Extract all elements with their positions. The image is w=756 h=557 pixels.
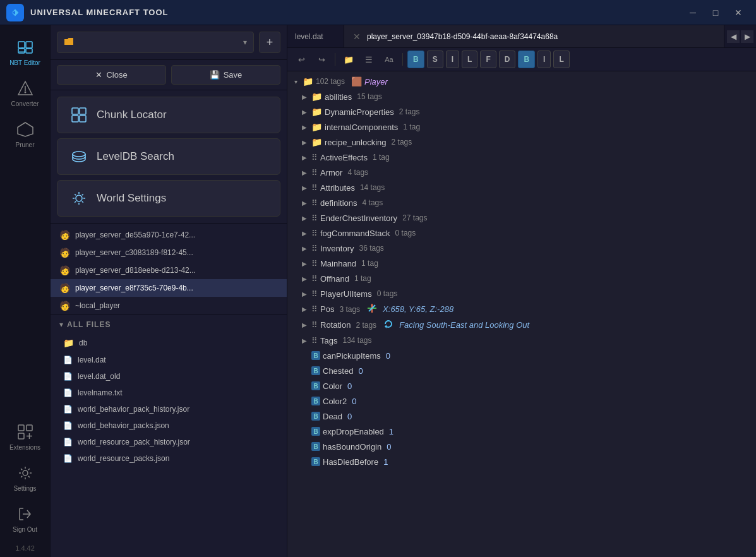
all-files-header[interactable]: ▾ ALL FILES: [51, 314, 287, 334]
nbt-dead[interactable]: ▶ B Dead 0: [287, 409, 756, 424]
maximize-button[interactable]: □: [704, 3, 727, 22]
all-file-leveldat-old[interactable]: 📄 level.dat_old: [51, 368, 287, 385]
close-label: Close: [106, 70, 127, 80]
s-button[interactable]: S: [427, 51, 443, 68]
nbt-definitions[interactable]: ▶ ⠿ definitions 4 tags: [287, 195, 756, 210]
nbt-offhand[interactable]: ▶ ⠿ Offhand 1 tag: [287, 271, 756, 286]
sign-out-icon: [16, 505, 35, 524]
tab-player-server[interactable]: ✕ player_server_03947b18-d509-44bf-aeaa-…: [344, 25, 724, 47]
recent-file-4[interactable]: 🧑 player_server_e8f735c5-70e9-4b...: [51, 279, 287, 297]
all-file-levelname-name: levelname.txt: [78, 388, 123, 397]
save-button[interactable]: 💾 Save: [171, 65, 280, 85]
list-view-button[interactable]: ☰: [360, 51, 378, 68]
close-button[interactable]: ✕: [727, 3, 750, 22]
nbt-recipe-unlock[interactable]: ▶ 📁 recipe_unlocking 2 tags: [287, 135, 756, 150]
svg-rect-17: [72, 108, 78, 114]
nbt-active-effects[interactable]: ▶ ⠿ ActiveEffects 1 tag: [287, 150, 756, 165]
sidebar-item-sign-out[interactable]: Sign Out: [0, 498, 50, 539]
all-file-levelname[interactable]: 📄 levelname.txt: [51, 385, 287, 401]
chunk-locator-button[interactable]: Chunk Locator: [57, 97, 280, 133]
sidebar-item-converter[interactable]: Converter: [0, 73, 50, 114]
font-button[interactable]: Aa: [380, 51, 398, 68]
f-button[interactable]: F: [480, 51, 496, 68]
undo-button[interactable]: ↩: [292, 51, 310, 68]
nbt-tags[interactable]: ▶ ⠿ Tags 134 tags: [287, 333, 756, 348]
nbt-armor[interactable]: ▶ ⠿ Armor 4 tags: [287, 165, 756, 180]
byte-badge-dead: B: [311, 412, 320, 421]
minimize-button[interactable]: ─: [681, 3, 704, 22]
nbt-attributes[interactable]: ▶ ⠿ Attributes 14 tags: [287, 180, 756, 195]
nbt-mainhand[interactable]: ▶ ⠿ Mainhand 1 tag: [287, 256, 756, 271]
nbt-pos[interactable]: ▶ ⠿ Pos 3 tags X:658, Y:65, Z:-288: [287, 301, 756, 317]
i2-button[interactable]: I: [537, 51, 551, 68]
nbt-player-ui[interactable]: ▶ ⠿ PlayerUIItems 0 tags: [287, 286, 756, 301]
nbt-editor-icon: [16, 38, 35, 57]
recent-file-name-2: player_server_c3083189-f812-45...: [75, 248, 193, 257]
nbt-root[interactable]: ▾ 📁 102 tags 🟫 Player: [287, 74, 756, 89]
open-folder-button[interactable]: 📁: [340, 51, 357, 68]
tab-next-button[interactable]: ▶: [741, 30, 753, 43]
version-label: 1.4.42: [0, 539, 50, 557]
all-file-wbp[interactable]: 📄 world_behavior_packs.json: [51, 417, 287, 434]
save-label: Save: [224, 70, 243, 80]
folder-icon: [64, 37, 74, 48]
byte-badge-hasboundorigin: B: [311, 442, 320, 451]
nbt-color[interactable]: ▶ B Color 0: [287, 378, 756, 393]
b-button[interactable]: B: [407, 51, 424, 68]
sidebar-item-settings[interactable]: Settings: [0, 457, 50, 498]
nbt-root-expand[interactable]: ▾: [291, 77, 300, 86]
file-panel: ▾ + ✕ Close 💾 Save: [51, 25, 287, 557]
player-head-icon: 🟫: [351, 76, 362, 87]
collapse-icon: ▾: [59, 320, 63, 329]
add-file-button[interactable]: +: [259, 32, 280, 53]
all-file-wrph[interactable]: 📄 world_resource_pack_history.jsor: [51, 434, 287, 450]
nbt-canpickupitems[interactable]: ▶ B canPickupItems 0: [287, 348, 756, 363]
settings-icon: [16, 464, 35, 482]
sidebar-item-nbt-editor[interactable]: NBT Editor: [0, 32, 50, 73]
recent-file-3[interactable]: 🧑 player_server_d818eebe-d213-42...: [51, 261, 287, 279]
folder-selector[interactable]: ▾: [57, 32, 254, 53]
nbt-hasdiedbefore[interactable]: ▶ B HasDiedBefore 1: [287, 454, 756, 469]
chunk-locator-icon: [70, 106, 88, 124]
nbt-color2[interactable]: ▶ B Color2 0: [287, 393, 756, 409]
all-file-leveldat[interactable]: 📄 level.dat: [51, 352, 287, 368]
redo-button[interactable]: ↪: [313, 51, 330, 68]
nbt-ender-chest[interactable]: ▶ ⠿ EnderChestInventory 27 tags: [287, 210, 756, 225]
leveldb-search-button[interactable]: LevelDB Search: [57, 138, 280, 175]
recent-file-1[interactable]: 🧑 player_server_de55a970-1ce7-42...: [51, 226, 287, 244]
all-file-db[interactable]: 📁 db: [51, 334, 287, 352]
nav-buttons: Chunk Locator LevelDB Search: [51, 90, 287, 224]
all-files-label: ALL FILES: [67, 320, 111, 329]
l2-button[interactable]: L: [553, 51, 569, 68]
recent-file-2[interactable]: 🧑 player_server_c3083189-f812-45...: [51, 244, 287, 261]
nbt-dynamic-props[interactable]: ▶ 📁 DynamicProperties 2 tags: [287, 104, 756, 119]
recent-file-5[interactable]: 🧑 ~local_player: [51, 297, 287, 314]
sidebar-pruner-label: Pruner: [15, 141, 34, 148]
nbt-rotation[interactable]: ▶ ⠿ Rotation 2 tags Facing South-East an…: [287, 317, 756, 333]
svg-rect-10: [18, 425, 24, 431]
close-button[interactable]: ✕ Close: [57, 65, 166, 85]
sidebar-item-extensions[interactable]: Extensions: [0, 416, 50, 457]
tab-level-dat[interactable]: level.dat: [287, 25, 344, 47]
all-file-wbph[interactable]: 📄 world_behavior_pack_history.jsor: [51, 401, 287, 417]
sidebar-item-pruner[interactable]: Pruner: [0, 114, 50, 155]
nbt-fog-command[interactable]: ▶ ⠿ fogCommandStack 0 tags: [287, 225, 756, 241]
nbt-hasboundorigin[interactable]: ▶ B hasBoundOrigin 0: [287, 439, 756, 454]
all-file-wrp[interactable]: 📄 world_resource_packs.json: [51, 450, 287, 467]
b2-button[interactable]: B: [518, 51, 535, 68]
player-icon: 🧑: [59, 230, 70, 240]
nbt-expdropenabled[interactable]: ▶ B expDropEnabled 1: [287, 424, 756, 439]
d-button[interactable]: D: [499, 51, 516, 68]
i-button[interactable]: I: [446, 51, 459, 68]
converter-icon: [16, 79, 35, 98]
tab-close-icon[interactable]: ✕: [352, 32, 362, 42]
nbt-abilities[interactable]: ▶ 📁 abilities 15 tags: [287, 89, 756, 104]
l-button[interactable]: L: [462, 51, 477, 68]
nbt-internal-comp[interactable]: ▶ 📁 internalComponents 1 tag: [287, 119, 756, 135]
sidebar-converter-label: Converter: [11, 100, 39, 107]
svg-point-8: [24, 92, 26, 93]
tab-prev-button[interactable]: ◀: [727, 30, 740, 43]
world-settings-button[interactable]: World Settings: [57, 180, 280, 217]
nbt-chested[interactable]: ▶ B Chested 0: [287, 363, 756, 378]
nbt-inventory[interactable]: ▶ ⠿ Inventory 36 tags: [287, 241, 756, 256]
